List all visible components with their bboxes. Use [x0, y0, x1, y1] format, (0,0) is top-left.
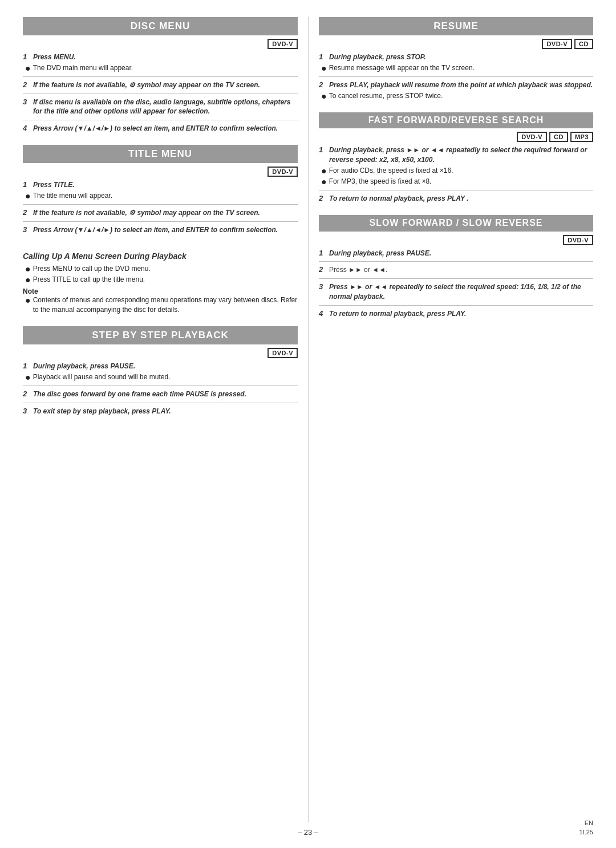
right-column: Resume DVD-V CD 1 During playback, press… [308, 17, 593, 822]
page-number: – 23 – [298, 828, 318, 837]
slow-forward-badge-row: DVD-V [319, 235, 593, 245]
calling-menu-title: Calling Up A Menu Screen During Playback [23, 251, 298, 261]
resume-title: Resume [319, 17, 593, 35]
disc-bullet-1: ● The DVD main menu will appear. [23, 63, 298, 73]
fast-forward-badge-row: DVD-V CD MP3 [319, 132, 593, 142]
calling-bullet-2: ● Press TITLE to call up the title menu. [23, 275, 298, 285]
sf-step-3: 3 Press ►► or ◄◄ repeatedly to select th… [319, 282, 593, 302]
sbs-step-2: 2 The disc goes forward by one frame eac… [23, 389, 298, 399]
disc-menu-title: Disc Menu [23, 17, 298, 35]
title-step-2: 2 If the feature is not available, ⚙ sym… [23, 208, 298, 218]
calling-bullet-1: ● Press MENU to call up the DVD menu. [23, 264, 298, 274]
ff-bullet-2: ● For MP3, the speed is fixed at ×8. [319, 177, 593, 186]
disc-step-3: 3 If disc menu is available on the disc,… [23, 98, 298, 117]
disc-step-2: 2 If the feature is not available, ⚙ sym… [23, 80, 298, 90]
slow-forward-title: Slow Forward / Slow Reverse [319, 215, 593, 232]
ff-badge-dvdv: DVD-V [517, 132, 547, 142]
calling-note-bullet: ● Contents of menus and corresponding me… [23, 295, 298, 315]
disc-step-4: 4 Press Arrow (▼/▲/◄/►) to select an ite… [23, 124, 298, 133]
step-by-step-section: Step By Step Playback DVD-V 1 During pla… [23, 326, 298, 417]
fast-forward-title: Fast Forward/Reverse Search [319, 112, 593, 129]
footer-code: EN 1L25 [579, 819, 593, 837]
sf-step-4: 4 To return to normal playback, press PL… [319, 309, 593, 319]
resume-bullet-1: ● Resume message will appear on the TV s… [319, 63, 593, 73]
resume-badge-dvdv: DVD-V [542, 39, 572, 49]
title-menu-title: Title Menu [23, 145, 298, 163]
title-menu-badge-row: DVD-V [23, 167, 298, 177]
sbs-step-3: 3 To exit step by step playback, press P… [23, 407, 298, 416]
disc-step-1: 1 Press MENU. [23, 52, 298, 62]
left-column: Disc Menu DVD-V 1 Press MENU. ● The DVD … [23, 17, 308, 822]
disc-menu-badge: DVD-V [268, 39, 298, 49]
step-by-step-title: Step By Step Playback [23, 326, 298, 344]
resume-section: Resume DVD-V CD 1 During playback, press… [319, 17, 593, 102]
ff-bullet-1: ● For audio CDs, the speed is fixed at ×… [319, 166, 593, 176]
calling-note: Note [23, 287, 298, 295]
resume-step-2: 2 Press PLAY, playback will resume from … [319, 80, 593, 90]
resume-bullet-2: ● To cancel resume, press STOP twice. [319, 91, 593, 101]
title-step-3: 3 Press Arrow (▼/▲/◄/►) to select an ite… [23, 225, 298, 235]
sbs-step-1: 1 During playback, press PAUSE. [23, 362, 298, 371]
slow-forward-badge: DVD-V [563, 235, 593, 245]
ff-step-2: 2 To return to normal playback, press PL… [319, 194, 593, 204]
title-step-1: 1 Press TITLE. [23, 180, 298, 190]
sf-step-2: 2 Press ►► or ◄◄. [319, 265, 593, 275]
disc-menu-badge-row: DVD-V [23, 39, 298, 49]
main-columns: Disc Menu DVD-V 1 Press MENU. ● The DVD … [23, 17, 593, 822]
calling-menu-section: Calling Up A Menu Screen During Playback… [23, 246, 298, 316]
step-by-step-badge-row: DVD-V [23, 348, 298, 358]
fast-forward-section: Fast Forward/Reverse Search DVD-V CD MP3… [319, 112, 593, 205]
title-menu-badge: DVD-V [268, 167, 298, 177]
resume-badge-row: DVD-V CD [319, 39, 593, 49]
title-menu-section: Title Menu DVD-V 1 Press TITLE. ● The ti… [23, 145, 298, 236]
resume-step-1: 1 During playback, press STOP. [319, 52, 593, 62]
sf-step-1: 1 During playback, press PAUSE. [319, 249, 593, 258]
ff-badge-cd: CD [549, 132, 568, 142]
resume-badge-cd: CD [574, 39, 593, 49]
sbs-bullet-1: ● Playback will pause and sound will be … [23, 372, 298, 382]
page: Disc Menu DVD-V 1 Press MENU. ● The DVD … [0, 0, 616, 848]
footer: – 23 – EN 1L25 [23, 822, 593, 837]
disc-menu-section: Disc Menu DVD-V 1 Press MENU. ● The DVD … [23, 17, 298, 135]
slow-forward-section: Slow Forward / Slow Reverse DVD-V 1 Duri… [319, 215, 593, 320]
ff-badge-mp3: MP3 [570, 132, 593, 142]
ff-step-1: 1 During playback, press ►► or ◄◄ repeat… [319, 145, 593, 165]
step-by-step-badge: DVD-V [268, 348, 298, 358]
title-bullet-1: ● The title menu will appear. [23, 191, 298, 201]
